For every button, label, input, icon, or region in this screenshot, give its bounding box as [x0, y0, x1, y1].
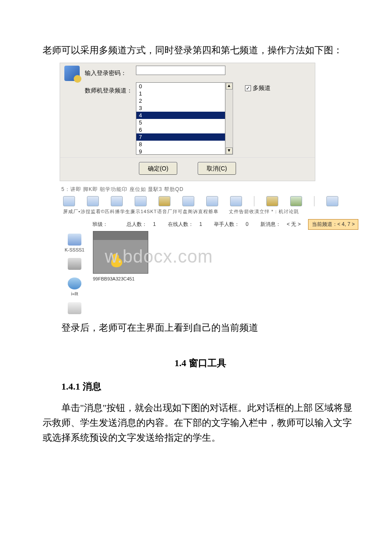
toolbar-icon[interactable]	[135, 196, 147, 206]
channel-option-selected[interactable]: 7	[136, 133, 225, 141]
multichannel-label: 多频道	[253, 84, 271, 91]
current-channel-indicator: 当前频道：< 4, 7 >	[308, 219, 359, 230]
intro-paragraph: 老师可以采用多频道方式，同时登录第四和第七频道，操作方法如下图：	[43, 43, 358, 58]
class-label: 班级：	[89, 219, 111, 230]
total-label: 总人数：	[124, 219, 150, 230]
msg-value: < 无 >	[284, 219, 304, 230]
ok-button[interactable]: 确定(O)	[139, 162, 177, 175]
thumbnail-image	[93, 231, 148, 274]
channel-label: 数师机登录频道：	[85, 86, 136, 95]
toolbar-icon[interactable]	[111, 196, 123, 206]
sidebar-icon[interactable]	[68, 278, 81, 289]
channel-option-selected[interactable]: 4	[136, 112, 225, 119]
channel-option[interactable]: 2	[136, 97, 225, 104]
toolbar-icon[interactable]	[230, 196, 242, 206]
toolbar-icon[interactable]	[266, 196, 278, 206]
sidebar: K-SSSS1 i«llt	[60, 231, 89, 315]
toolbar-icon[interactable]	[159, 196, 170, 206]
password-input[interactable]	[136, 66, 225, 75]
sidebar-icon[interactable]	[68, 302, 81, 314]
toolbar-labels: 屏咸厂•涉捏监看©匹科播学生廉示14SKT语音厂幷可盘阁诉直程爺阜 丈件告箭收潢…	[60, 208, 375, 217]
total-value: 1	[150, 219, 159, 230]
sub-heading: 1.4.1 消息	[43, 379, 358, 394]
toolbar-icon[interactable]	[206, 196, 218, 206]
scroll-down-button[interactable]: ▼	[226, 147, 233, 154]
main-app-screenshot: 5：讲即 脚K即 朝学功能卬 座位如 显駅3 帮肋QD 屏咸厂•涉捏监看©匹科播…	[60, 185, 375, 315]
multichannel-checkbox[interactable]: ✓	[245, 85, 251, 91]
login-dialog: 输入登录密码： 数师机登录频道： 0 1 2 3 4 5 6 7 8 9	[60, 63, 315, 181]
online-value: 1	[196, 219, 205, 230]
client-area: 99FBB93A323C451 w.bdocx.com	[89, 231, 375, 315]
toolbar-icon[interactable]	[326, 196, 338, 206]
duck-icon	[111, 258, 122, 267]
sidebar-label: i«llt	[60, 290, 89, 298]
channel-option[interactable]: 0	[136, 83, 225, 90]
body-paragraph: 单击"消息"按钮，就会出现如下图的对话框。此对话框的上部 区域将显示救师、学生发…	[43, 400, 358, 445]
toolbar-icon[interactable]	[290, 196, 302, 206]
hands-label: 举手人数：	[211, 219, 242, 230]
thumbnail-label: 99FBB93A323C451	[93, 275, 148, 283]
toolbar-divider	[314, 196, 314, 206]
msg-label: 新消息：	[257, 219, 284, 230]
toolbar-divider	[254, 196, 254, 206]
scroll-up-button[interactable]: ▲	[226, 83, 233, 90]
sidebar-icon[interactable]	[68, 258, 81, 270]
listbox-scrollbar[interactable]: ▲ ▼	[225, 82, 233, 155]
status-bar: 班级： 总人数： 1 在线人数： 1 举手人数： 0 新消息： < 无 > 当前…	[89, 220, 375, 229]
channel-listbox[interactable]: 0 1 2 3 4 5 6 7 8 9	[136, 82, 225, 155]
section-heading: 1.4 窗口工具	[43, 356, 358, 370]
channel-option[interactable]: 8	[136, 141, 225, 148]
key-icon	[64, 66, 80, 81]
channel-option[interactable]: 9	[136, 148, 225, 155]
toolbar-icon[interactable]	[87, 196, 99, 206]
channel-option[interactable]: 1	[136, 90, 225, 97]
sidebar-label: K-SSSS1	[60, 246, 89, 254]
channel-option[interactable]: 3	[136, 104, 225, 112]
client-thumbnail[interactable]: 99FBB93A323C451	[93, 231, 148, 283]
channel-option[interactable]: 5	[136, 119, 225, 126]
after-panel-paragraph: 登录后，老师可在主界面上看到自己的当前频道	[43, 320, 358, 335]
toolbar	[60, 194, 375, 208]
password-label: 输入登录密码：	[85, 68, 136, 78]
toolbar-icon[interactable]	[63, 196, 75, 206]
menubar[interactable]: 5：讲即 脚K即 朝学功能卬 座位如 显駅3 帮肋QD	[60, 185, 375, 194]
cancel-button[interactable]: 取消(C)	[198, 162, 236, 175]
online-label: 在线人数：	[165, 219, 196, 230]
channel-option[interactable]: 6	[136, 126, 225, 133]
sidebar-icon[interactable]	[68, 234, 81, 246]
toolbar-icon[interactable]	[182, 196, 194, 206]
hands-value: 0	[242, 219, 251, 230]
